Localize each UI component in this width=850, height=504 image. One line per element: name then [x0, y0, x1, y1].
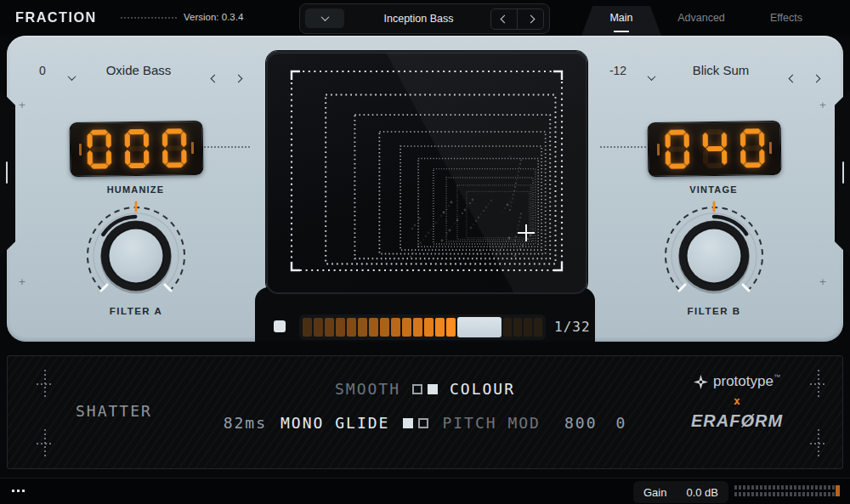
- glide-time-value[interactable]: 82ms: [224, 414, 267, 432]
- version-label: Version: 0.3.4: [184, 12, 243, 22]
- chevron-right-icon: [526, 15, 535, 24]
- prototype-star-icon: [694, 375, 708, 389]
- crosshair-mark: [37, 429, 54, 458]
- step-cell[interactable]: [402, 318, 411, 337]
- left-engine-prev-button[interactable]: [209, 67, 220, 88]
- filter-a-label: FILTER A: [76, 306, 196, 316]
- chevron-left-icon: [500, 15, 508, 24]
- right-engine-prev-button[interactable]: [787, 67, 798, 88]
- step-cell[interactable]: [503, 318, 512, 337]
- left-engine-name[interactable]: Oxide Bass: [83, 63, 194, 77]
- step-cell[interactable]: [524, 318, 532, 337]
- step-cell[interactable]: [391, 318, 400, 337]
- filter-b-knob[interactable]: [654, 196, 774, 315]
- display-tick: [657, 144, 660, 156]
- panel-plus-mark: +: [19, 99, 26, 111]
- step-cell[interactable]: [424, 318, 434, 337]
- chevron-down-icon: [320, 13, 329, 21]
- dotted-connector: [600, 146, 646, 148]
- right-engine-name[interactable]: Blick Sum: [666, 63, 776, 77]
- top-bar: FRACTION Version: 0.3.4 Inception Bass M…: [0, 0, 850, 36]
- humanize-label: HUMANIZE: [70, 184, 201, 195]
- vintage-label: VINTAGE: [648, 184, 779, 195]
- crosshair-mark: [810, 429, 827, 458]
- chevron-left-icon: [789, 75, 797, 83]
- chevron-down-icon: [68, 72, 76, 81]
- step-cell[interactable]: [336, 318, 345, 337]
- toggle-square-on-icon: [428, 384, 438, 394]
- filter-b-label: FILTER B: [654, 306, 774, 316]
- mono-glide-label[interactable]: MONO GLIDE: [280, 414, 389, 432]
- filter-a-knob[interactable]: [76, 196, 196, 315]
- overflow-menu-button[interactable]: [12, 490, 25, 492]
- left-side-rail: [0, 90, 15, 257]
- step-cell[interactable]: [303, 318, 312, 337]
- smooth-colour-toggle[interactable]: [412, 384, 438, 394]
- tab-advanced[interactable]: Advanced: [672, 12, 731, 24]
- step-sequencer-bar[interactable]: [299, 314, 546, 340]
- toggle-square-off-icon: [412, 384, 422, 394]
- active-tab-underline: [614, 31, 629, 32]
- step-cell[interactable]: [358, 318, 367, 337]
- rail-mark: [842, 161, 844, 184]
- step-cell[interactable]: [435, 318, 445, 337]
- left-voice-dropdown[interactable]: [66, 66, 77, 87]
- right-engine-next-button[interactable]: [811, 67, 822, 88]
- left-voice-value[interactable]: 0: [32, 64, 53, 77]
- lower-control-panel: SHATTER SMOOTH COLOUR 82ms MONO GLIDE PI…: [7, 355, 843, 469]
- step-cell[interactable]: [314, 318, 323, 337]
- panel-plus-mark: +: [819, 275, 826, 288]
- chevron-right-icon: [235, 75, 243, 83]
- step-cell[interactable]: [513, 318, 522, 337]
- right-transpose-dropdown[interactable]: [646, 66, 657, 87]
- step-cell[interactable]: [369, 318, 378, 337]
- step-cell[interactable]: [534, 318, 542, 337]
- step-cell[interactable]: [413, 318, 422, 337]
- meter-peak-mark: [836, 485, 840, 496]
- step-cell[interactable]: [446, 318, 456, 337]
- pitch-mod-value-1[interactable]: 800: [564, 414, 598, 432]
- output-meter: [734, 485, 840, 496]
- pitch-mod-label[interactable]: PITCH MOD: [442, 414, 541, 432]
- toggle-square-on-icon: [403, 418, 413, 428]
- preset-nav: [490, 8, 544, 30]
- right-transpose-value[interactable]: -12: [600, 64, 636, 77]
- tab-main[interactable]: Main: [581, 6, 661, 36]
- dotted-connector: [204, 146, 250, 148]
- tab-effects[interactable]: Effects: [758, 12, 814, 24]
- step-rate-label[interactable]: 1/32: [554, 319, 591, 335]
- preset-name[interactable]: Inception Bass: [351, 4, 486, 33]
- rail-mark: [6, 161, 8, 184]
- humanize-display[interactable]: [70, 121, 204, 177]
- gain-control[interactable]: Gain 0.0 dB: [633, 481, 728, 503]
- smooth-label[interactable]: SMOOTH: [335, 380, 400, 398]
- step-cell[interactable]: [347, 318, 356, 337]
- preset-dropdown-button[interactable]: [305, 8, 344, 28]
- vintage-display[interactable]: [648, 121, 782, 177]
- xy-visualizer-screen[interactable]: [266, 51, 587, 294]
- step-toggle-button[interactable]: [274, 320, 286, 332]
- chevron-right-icon: [813, 75, 821, 83]
- preset-next-button[interactable]: [518, 9, 543, 29]
- gain-label: Gain: [643, 486, 666, 499]
- step-cell[interactable]: [325, 318, 334, 337]
- brand-block: prototype™ x ERAFØRM: [677, 373, 796, 431]
- panel-plus-mark: +: [19, 275, 26, 288]
- prototype-logo: prototype™: [694, 373, 780, 390]
- panel-plus-mark: +: [819, 99, 826, 111]
- glide-pitchmod-toggle[interactable]: [403, 418, 428, 428]
- step-playhead[interactable]: [457, 317, 502, 337]
- preset-prev-button[interactable]: [491, 9, 517, 29]
- toggle-square-off-icon: [418, 418, 428, 428]
- eraform-logo: ERAFØRM: [691, 411, 783, 431]
- step-cell[interactable]: [380, 318, 389, 337]
- preset-browser: Inception Bass: [299, 3, 550, 34]
- colour-label[interactable]: COLOUR: [450, 380, 515, 398]
- display-tick: [769, 142, 772, 154]
- display-tick: [79, 144, 82, 156]
- gain-value: 0.0 dB: [686, 486, 718, 499]
- pitch-mod-value-2[interactable]: 0: [615, 414, 626, 432]
- footer-bar: Gain 0.0 dB: [0, 478, 850, 504]
- left-engine-next-button[interactable]: [233, 67, 244, 88]
- trademark-symbol: ™: [774, 373, 780, 381]
